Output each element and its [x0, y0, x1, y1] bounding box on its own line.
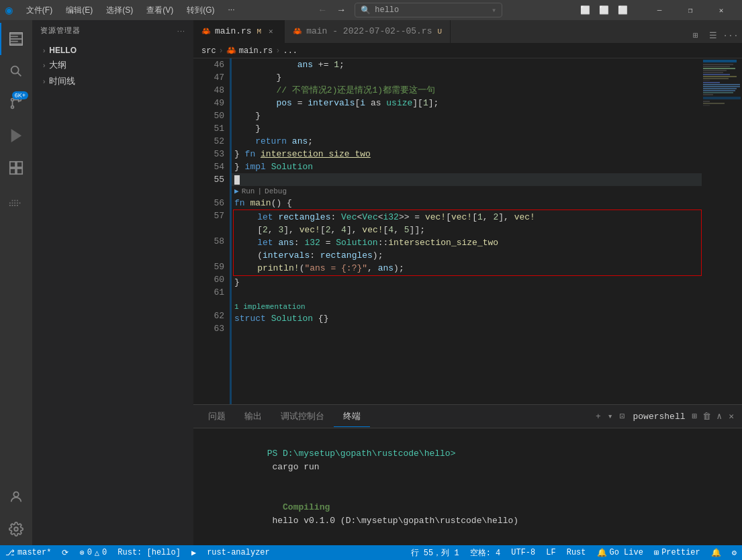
position-label: 行 55，列 1	[411, 547, 459, 559]
activity-source-control[interactable]: 6K+	[0, 87, 32, 120]
menu-view[interactable]: 查看(V)	[141, 3, 179, 17]
code-line-53: } fn intersection_size_two	[232, 148, 702, 160]
main-layout: 6K+ 资源管理器 ··· ›	[0, 20, 742, 545]
panel-collapse-button[interactable]: ∧	[715, 411, 723, 422]
statusbar-golive[interactable]: 🔔 Go Live	[592, 545, 649, 560]
ln-53: 53	[196, 148, 230, 160]
svg-point-13	[14, 527, 18, 531]
ln-57: 57	[196, 209, 230, 222]
run-debug-hint[interactable]: ▶ Run | Debug	[232, 186, 702, 197]
sidebar-more-button[interactable]: ···	[177, 27, 185, 35]
breadcrumb-symbol[interactable]: ...	[283, 46, 297, 56]
window-buttons: — ❐ ✕	[644, 0, 737, 20]
panel-close-button[interactable]: ✕	[726, 411, 737, 422]
error-count: 0	[87, 548, 92, 557]
statusbar-language[interactable]: Rust	[561, 545, 592, 560]
panel-trash-button[interactable]: 🗑	[701, 412, 712, 422]
panel-tab-debug-console[interactable]: 调试控制台	[271, 406, 334, 426]
more-actions-button[interactable]: ···	[723, 28, 738, 43]
menu-more[interactable]: ···	[223, 3, 240, 17]
nav-back-button[interactable]: ←	[314, 3, 330, 17]
panel-tab-output[interactable]: 输出	[235, 406, 271, 426]
chevron-right-icon: ›	[43, 47, 45, 54]
search-dropdown-icon[interactable]: ▾	[492, 5, 496, 15]
sidebar-item-timeline[interactable]: › 时间线	[32, 73, 193, 89]
ln-58: 58	[196, 235, 230, 248]
layout-btn-2[interactable]: ⬜	[596, 3, 612, 17]
menu-select[interactable]: 选择(S)	[101, 3, 138, 17]
tab-icon-2: 🦀	[293, 27, 302, 36]
chevron-right-icon-2: ›	[43, 62, 45, 69]
tab-close-1[interactable]: ✕	[265, 26, 276, 37]
statusbar-settings[interactable]: ⚙	[727, 545, 742, 560]
activity-docker[interactable]	[0, 189, 32, 222]
terminal-cmd-1: cargo run	[267, 462, 320, 472]
panel-split-button[interactable]: ⊞	[691, 411, 699, 422]
statusbar-spaces[interactable]: 空格: 4	[465, 545, 506, 560]
statusbar-branch[interactable]: ⎇ master*	[0, 545, 56, 560]
panel-terminal-icon[interactable]: ⊡	[617, 411, 628, 422]
code-line-63	[232, 325, 702, 338]
editor-main: 46 47 48 49 50 51 52 53 54 55 56 57	[193, 58, 702, 404]
split-editor-button[interactable]: ⊞	[688, 28, 703, 43]
titlebar: ◉ 文件(F) 编辑(E) 选择(S) 查看(V) 转到(G) ··· ← → …	[0, 0, 742, 20]
panel-tab-terminal[interactable]: 终端	[334, 406, 370, 427]
activity-run[interactable]	[0, 120, 32, 152]
sidebar-item-hello[interactable]: › HELLO	[32, 44, 193, 57]
statusbar-eol[interactable]: LF	[541, 545, 561, 560]
svg-line-2	[17, 73, 21, 76]
statusbar-prettier[interactable]: ⊞ Prettier	[649, 545, 706, 560]
statusbar-analyzer[interactable]: rust-analyzer	[201, 545, 275, 560]
minimize-button[interactable]: —	[644, 0, 675, 20]
terminal-compiling-label: Compiling	[267, 502, 330, 512]
menu-goto[interactable]: 转到(G)	[181, 3, 220, 17]
activity-settings[interactable]	[0, 513, 32, 545]
panel-tab-problems[interactable]: 问题	[199, 406, 235, 426]
menu-bar: 文件(F) 编辑(E) 选择(S) 查看(V) 转到(G) ···	[21, 3, 240, 17]
svg-point-5	[11, 106, 14, 109]
panel-tab-actions: + ▾ ⊡ powershell ⊞ 🗑 ∧ ✕	[593, 411, 737, 422]
sidebar-item-outline[interactable]: › 大纲	[32, 57, 193, 73]
statusbar-sync[interactable]: ⟳	[56, 545, 74, 560]
search-text: hello	[375, 5, 399, 15]
breadcrumb-file[interactable]: 🦀 main.rs	[226, 46, 273, 56]
statusbar-position[interactable]: 行 55，列 1	[406, 545, 465, 560]
panel-shell-label: powershell	[631, 412, 688, 422]
activity-account[interactable]	[0, 481, 32, 513]
branch-name: master*	[17, 548, 51, 557]
tab-main-old[interactable]: 🦀 main - 2022-07-02--05.rs U	[285, 20, 451, 43]
code-content[interactable]: ans += 1; } // 不管情况2)还是情况1)都需要这一句 pos = …	[232, 58, 702, 404]
layout-btn-1[interactable]: ⬜	[577, 3, 593, 17]
svg-rect-9	[17, 162, 22, 167]
tab-main-rs[interactable]: 🦀 main.rs M ✕	[193, 20, 285, 43]
statusbar-notification[interactable]: 🔔	[706, 545, 727, 560]
search-box[interactable]: 🔍 hello ▾	[355, 3, 502, 17]
menu-edit[interactable]: 编辑(E)	[60, 3, 98, 17]
activity-search[interactable]	[0, 55, 32, 87]
breadcrumb-src[interactable]: src	[201, 46, 216, 56]
code-line-62: struct Solution {}	[232, 312, 702, 325]
code-line-47: }	[232, 71, 702, 84]
svg-marker-7	[12, 130, 21, 142]
titlebar-right: ⬜ ⬜ ⬜	[577, 3, 631, 17]
impl-hint: 1 implementation	[232, 301, 702, 312]
statusbar-errors[interactable]: ⊗ 0 △ 0	[74, 545, 112, 560]
close-button[interactable]: ✕	[706, 0, 737, 20]
menu-file[interactable]: 文件(F)	[21, 3, 58, 17]
panel-chevron-button[interactable]: ▾	[606, 411, 614, 422]
toggle-panel-button[interactable]: ☰	[706, 28, 721, 43]
layout-btn-3[interactable]: ⬜	[614, 3, 631, 17]
activity-extensions[interactable]	[0, 152, 32, 184]
activity-bar: 6K+	[0, 20, 32, 545]
maximize-button[interactable]: ❐	[675, 0, 706, 20]
ln-51: 51	[196, 122, 230, 135]
statusbar-run[interactable]: ▶	[186, 545, 201, 560]
prettier-icon: ⊞	[654, 548, 659, 558]
activity-explorer[interactable]	[0, 23, 32, 55]
panel-add-button[interactable]: +	[593, 412, 604, 422]
svg-point-3	[11, 99, 14, 101]
nav-forward-button[interactable]: →	[333, 3, 349, 17]
statusbar-rust[interactable]: Rust: [hello]	[112, 545, 186, 560]
sidebar-item-outline-label: 大纲	[49, 59, 66, 71]
statusbar-encoding[interactable]: UTF-8	[506, 545, 541, 560]
